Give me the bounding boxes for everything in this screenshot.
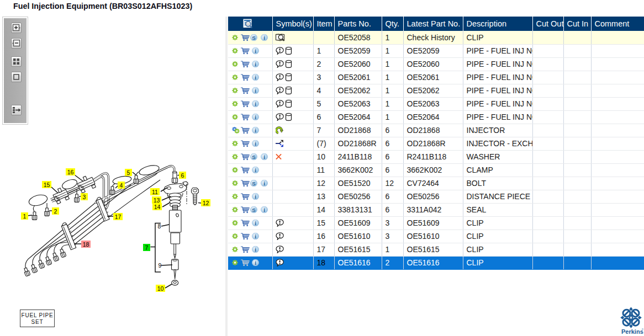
svg-text:18: 18 bbox=[83, 241, 89, 248]
svg-text:7: 7 bbox=[145, 244, 149, 251]
svg-text:15: 15 bbox=[44, 182, 50, 188]
svg-text:8: 8 bbox=[158, 223, 161, 230]
svg-text:16: 16 bbox=[67, 169, 74, 175]
svg-text:3: 3 bbox=[83, 194, 86, 200]
svg-text:2: 2 bbox=[54, 208, 57, 215]
svg-text:14: 14 bbox=[154, 204, 161, 210]
svg-text:9: 9 bbox=[159, 262, 162, 269]
svg-text:Perkins: Perkins bbox=[621, 328, 643, 335]
svg-text:13: 13 bbox=[154, 197, 160, 204]
svg-text:6: 6 bbox=[181, 172, 184, 179]
svg-text:1: 1 bbox=[23, 213, 27, 220]
svg-text:11: 11 bbox=[152, 189, 158, 195]
svg-text:17: 17 bbox=[115, 214, 122, 220]
svg-text:10: 10 bbox=[157, 285, 164, 292]
svg-text:5: 5 bbox=[127, 169, 130, 176]
svg-text:12: 12 bbox=[203, 200, 209, 206]
svg-text:4: 4 bbox=[120, 182, 123, 189]
